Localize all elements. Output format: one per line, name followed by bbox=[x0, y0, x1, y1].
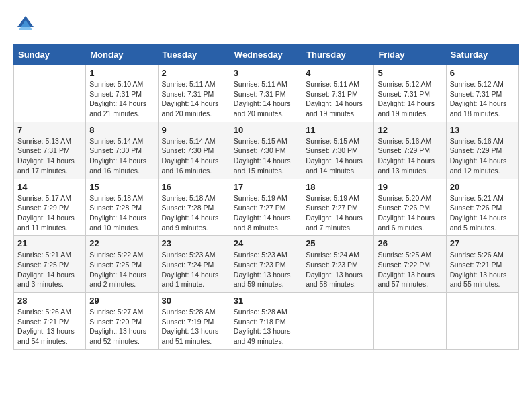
day-number: 21 bbox=[17, 238, 82, 248]
day-info: Sunrise: 5:25 AM Sunset: 7:22 PM Dayligh… bbox=[378, 250, 442, 289]
day-info: Sunrise: 5:15 AM Sunset: 7:30 PM Dayligh… bbox=[306, 136, 370, 176]
column-header-monday: Monday bbox=[86, 45, 158, 65]
day-number: 31 bbox=[234, 295, 298, 306]
calendar-cell: 17Sunrise: 5:19 AM Sunset: 7:27 PM Dayli… bbox=[230, 179, 302, 236]
week-row-3: 14Sunrise: 5:17 AM Sunset: 7:29 PM Dayli… bbox=[14, 179, 519, 236]
day-info: Sunrise: 5:18 AM Sunset: 7:28 PM Dayligh… bbox=[89, 193, 154, 233]
calendar-cell: 21Sunrise: 5:21 AM Sunset: 7:25 PM Dayli… bbox=[14, 236, 86, 293]
day-info: Sunrise: 5:21 AM Sunset: 7:26 PM Dayligh… bbox=[450, 193, 515, 233]
day-info: Sunrise: 5:10 AM Sunset: 7:31 PM Dayligh… bbox=[89, 79, 154, 119]
calendar-cell: 16Sunrise: 5:18 AM Sunset: 7:28 PM Dayli… bbox=[158, 179, 230, 236]
day-info: Sunrise: 5:28 AM Sunset: 7:18 PM Dayligh… bbox=[234, 307, 298, 347]
day-number: 11 bbox=[306, 125, 370, 135]
calendar-cell: 2Sunrise: 5:11 AM Sunset: 7:31 PM Daylig… bbox=[158, 65, 230, 122]
day-number: 22 bbox=[89, 238, 154, 248]
day-number: 23 bbox=[162, 238, 226, 248]
day-info: Sunrise: 5:16 AM Sunset: 7:29 PM Dayligh… bbox=[378, 136, 442, 176]
day-info: Sunrise: 5:17 AM Sunset: 7:29 PM Dayligh… bbox=[17, 193, 82, 233]
calendar-cell: 11Sunrise: 5:15 AM Sunset: 7:30 PM Dayli… bbox=[302, 122, 374, 179]
calendar-cell: 27Sunrise: 5:26 AM Sunset: 7:21 PM Dayli… bbox=[446, 236, 518, 293]
day-info: Sunrise: 5:19 AM Sunset: 7:27 PM Dayligh… bbox=[234, 193, 298, 233]
day-info: Sunrise: 5:28 AM Sunset: 7:19 PM Dayligh… bbox=[162, 307, 226, 347]
day-number: 6 bbox=[450, 68, 515, 78]
week-row-5: 28Sunrise: 5:26 AM Sunset: 7:21 PM Dayli… bbox=[14, 293, 519, 350]
day-number: 18 bbox=[306, 182, 370, 192]
calendar-table: SundayMondayTuesdayWednesdayThursdayFrid… bbox=[13, 44, 519, 350]
calendar-cell: 30Sunrise: 5:28 AM Sunset: 7:19 PM Dayli… bbox=[158, 293, 230, 350]
week-row-4: 21Sunrise: 5:21 AM Sunset: 7:25 PM Dayli… bbox=[14, 236, 519, 293]
calendar-cell: 7Sunrise: 5:13 AM Sunset: 7:31 PM Daylig… bbox=[14, 122, 86, 179]
day-number: 27 bbox=[450, 238, 515, 248]
day-number: 4 bbox=[306, 68, 370, 78]
day-info: Sunrise: 5:22 AM Sunset: 7:25 PM Dayligh… bbox=[89, 250, 154, 289]
calendar-cell: 31Sunrise: 5:28 AM Sunset: 7:18 PM Dayli… bbox=[230, 293, 302, 350]
column-header-saturday: Saturday bbox=[446, 45, 518, 65]
calendar-cell: 18Sunrise: 5:19 AM Sunset: 7:27 PM Dayli… bbox=[302, 179, 374, 236]
day-info: Sunrise: 5:19 AM Sunset: 7:27 PM Dayligh… bbox=[306, 193, 370, 233]
day-info: Sunrise: 5:14 AM Sunset: 7:30 PM Dayligh… bbox=[162, 136, 226, 176]
calendar-cell bbox=[446, 293, 518, 350]
calendar-cell: 12Sunrise: 5:16 AM Sunset: 7:29 PM Dayli… bbox=[374, 122, 446, 179]
week-row-2: 7Sunrise: 5:13 AM Sunset: 7:31 PM Daylig… bbox=[14, 122, 519, 179]
calendar-cell: 4Sunrise: 5:11 AM Sunset: 7:31 PM Daylig… bbox=[302, 65, 374, 122]
calendar-header: SundayMondayTuesdayWednesdayThursdayFrid… bbox=[14, 45, 519, 65]
day-number: 9 bbox=[162, 125, 226, 135]
day-number: 12 bbox=[378, 125, 442, 135]
day-number: 28 bbox=[17, 295, 82, 306]
calendar-cell: 8Sunrise: 5:14 AM Sunset: 7:30 PM Daylig… bbox=[86, 122, 158, 179]
day-number: 2 bbox=[162, 68, 226, 78]
calendar-cell: 26Sunrise: 5:25 AM Sunset: 7:22 PM Dayli… bbox=[374, 236, 446, 293]
day-number: 7 bbox=[17, 125, 82, 135]
day-number: 20 bbox=[450, 182, 515, 192]
logo bbox=[13, 13, 40, 38]
day-number: 8 bbox=[89, 125, 154, 135]
day-info: Sunrise: 5:21 AM Sunset: 7:25 PM Dayligh… bbox=[17, 250, 82, 289]
day-number: 10 bbox=[234, 125, 298, 135]
calendar-cell bbox=[14, 65, 86, 122]
day-info: Sunrise: 5:16 AM Sunset: 7:29 PM Dayligh… bbox=[450, 136, 515, 176]
calendar-cell: 19Sunrise: 5:20 AM Sunset: 7:26 PM Dayli… bbox=[374, 179, 446, 236]
calendar-cell: 23Sunrise: 5:23 AM Sunset: 7:24 PM Dayli… bbox=[158, 236, 230, 293]
calendar-cell: 6Sunrise: 5:12 AM Sunset: 7:31 PM Daylig… bbox=[446, 65, 518, 122]
day-number: 17 bbox=[234, 182, 298, 192]
day-info: Sunrise: 5:24 AM Sunset: 7:23 PM Dayligh… bbox=[306, 250, 370, 289]
week-row-1: 1Sunrise: 5:10 AM Sunset: 7:31 PM Daylig… bbox=[14, 65, 519, 122]
logo-icon bbox=[13, 13, 38, 38]
calendar-cell: 9Sunrise: 5:14 AM Sunset: 7:30 PM Daylig… bbox=[158, 122, 230, 179]
column-header-sunday: Sunday bbox=[14, 45, 86, 65]
day-number: 26 bbox=[378, 238, 442, 248]
day-number: 16 bbox=[162, 182, 226, 192]
calendar-cell: 5Sunrise: 5:12 AM Sunset: 7:31 PM Daylig… bbox=[374, 65, 446, 122]
calendar-cell: 22Sunrise: 5:22 AM Sunset: 7:25 PM Dayli… bbox=[86, 236, 158, 293]
calendar-cell bbox=[374, 293, 446, 350]
column-header-thursday: Thursday bbox=[302, 45, 374, 65]
calendar-cell: 3Sunrise: 5:11 AM Sunset: 7:31 PM Daylig… bbox=[230, 65, 302, 122]
column-header-wednesday: Wednesday bbox=[230, 45, 302, 65]
day-number: 19 bbox=[378, 182, 442, 192]
day-number: 1 bbox=[89, 68, 154, 78]
column-header-tuesday: Tuesday bbox=[158, 45, 230, 65]
day-info: Sunrise: 5:11 AM Sunset: 7:31 PM Dayligh… bbox=[162, 79, 226, 119]
calendar-cell bbox=[302, 293, 374, 350]
day-info: Sunrise: 5:23 AM Sunset: 7:23 PM Dayligh… bbox=[234, 250, 298, 289]
column-header-friday: Friday bbox=[374, 45, 446, 65]
day-info: Sunrise: 5:13 AM Sunset: 7:31 PM Dayligh… bbox=[17, 136, 82, 176]
calendar-cell: 29Sunrise: 5:27 AM Sunset: 7:20 PM Dayli… bbox=[86, 293, 158, 350]
day-number: 24 bbox=[234, 238, 298, 248]
day-number: 3 bbox=[234, 68, 298, 78]
day-number: 25 bbox=[306, 238, 370, 248]
day-number: 13 bbox=[450, 125, 515, 135]
day-info: Sunrise: 5:12 AM Sunset: 7:31 PM Dayligh… bbox=[450, 79, 515, 119]
day-info: Sunrise: 5:11 AM Sunset: 7:31 PM Dayligh… bbox=[234, 79, 298, 119]
day-info: Sunrise: 5:26 AM Sunset: 7:21 PM Dayligh… bbox=[17, 307, 82, 347]
calendar-cell: 14Sunrise: 5:17 AM Sunset: 7:29 PM Dayli… bbox=[14, 179, 86, 236]
calendar-body: 1Sunrise: 5:10 AM Sunset: 7:31 PM Daylig… bbox=[14, 65, 519, 350]
day-info: Sunrise: 5:27 AM Sunset: 7:20 PM Dayligh… bbox=[89, 307, 154, 347]
day-info: Sunrise: 5:11 AM Sunset: 7:31 PM Dayligh… bbox=[306, 79, 370, 119]
day-info: Sunrise: 5:15 AM Sunset: 7:30 PM Dayligh… bbox=[234, 136, 298, 176]
calendar-cell: 20Sunrise: 5:21 AM Sunset: 7:26 PM Dayli… bbox=[446, 179, 518, 236]
day-info: Sunrise: 5:12 AM Sunset: 7:31 PM Dayligh… bbox=[378, 79, 442, 119]
day-number: 15 bbox=[89, 182, 154, 192]
calendar-cell: 13Sunrise: 5:16 AM Sunset: 7:29 PM Dayli… bbox=[446, 122, 518, 179]
header-row: SundayMondayTuesdayWednesdayThursdayFrid… bbox=[14, 45, 519, 65]
